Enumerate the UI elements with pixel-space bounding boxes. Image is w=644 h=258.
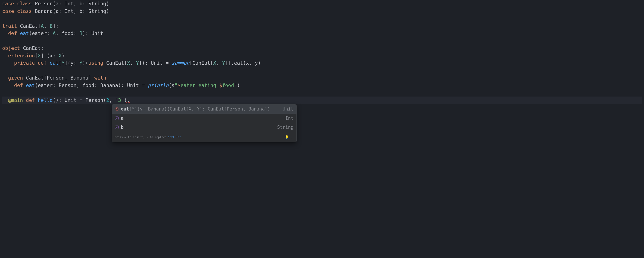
return-type: String bbox=[277, 124, 294, 131]
return-type: Int bbox=[285, 114, 294, 122]
code-line[interactable]: case class Banana(a: Int, b: String) bbox=[2, 8, 642, 15]
code-line[interactable] bbox=[2, 89, 642, 96]
keyword: case class bbox=[2, 8, 35, 14]
code-line[interactable]: object CanEat: bbox=[2, 45, 642, 52]
footer-hint: Press ↵ to insert, ⇥ to replace bbox=[114, 134, 166, 141]
code-line[interactable]: trait CanEat[A, B]: bbox=[2, 22, 642, 30]
bulb-icon[interactable]: 💡 bbox=[285, 134, 289, 141]
annotation: @main bbox=[8, 97, 23, 103]
code-line[interactable]: given CanEat[Person, Banana] with bbox=[2, 74, 642, 82]
value-icon: v bbox=[115, 125, 119, 129]
code-line[interactable] bbox=[2, 15, 642, 22]
autocomplete-item[interactable]: v b String bbox=[112, 123, 296, 132]
code-line-current[interactable]: @main def hello(): Unit = Person(2, "3")… bbox=[2, 96, 642, 104]
more-icon[interactable]: ⋮ bbox=[290, 134, 294, 141]
function-icon: f bbox=[115, 107, 119, 111]
value-icon: v bbox=[115, 116, 119, 120]
code-line[interactable] bbox=[2, 37, 642, 45]
class-name: Person bbox=[35, 1, 52, 7]
code-line[interactable]: case class Person(a: Int, b: String) bbox=[2, 0, 642, 8]
autocomplete-popup[interactable]: f eat[Y](y: Banana)(CanEat[X, Y]: CanEat… bbox=[112, 104, 297, 142]
code-editor[interactable]: case class Person(a: Int, b: String) cas… bbox=[0, 0, 644, 258]
code-line[interactable]: extension[X] (x: X) bbox=[2, 52, 642, 60]
autocomplete-item[interactable]: v a Int bbox=[112, 114, 296, 123]
code-line[interactable]: private def eat[Y](y: Y)(using CanEat[X,… bbox=[2, 59, 642, 67]
error-location: ). bbox=[124, 97, 130, 103]
code-line[interactable]: def eat(eater: Person, food: Banana): Un… bbox=[2, 82, 642, 89]
code-line[interactable] bbox=[2, 67, 642, 74]
keyword: case class bbox=[2, 1, 35, 7]
autocomplete-item[interactable]: f eat[Y](y: Banana)(CanEat[X, Y]: CanEat… bbox=[112, 104, 296, 114]
autocomplete-footer: Press ↵ to insert, ⇥ to replace Next Tip… bbox=[112, 132, 296, 142]
code-line[interactable]: def eat(eater: A, food: B): Unit bbox=[2, 30, 642, 37]
return-type: Unit bbox=[282, 105, 294, 113]
next-tip-link[interactable]: Next Tip bbox=[168, 134, 182, 141]
